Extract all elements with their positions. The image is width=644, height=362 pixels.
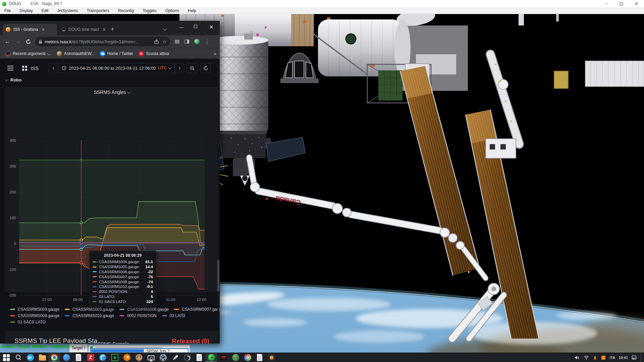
bookmarks-overflow-icon[interactable]: » [214, 51, 216, 56]
tab-iss-grafana[interactable]: ISS - Grafana ✕ [3, 24, 57, 35]
doug-maximize-button[interactable] [614, 0, 629, 7]
bookmark-recenti[interactable]: Recenti argomenti -... [5, 51, 51, 56]
show-desktop-button[interactable] [640, 353, 642, 362]
time-range-back-button[interactable]: ‹ [49, 63, 58, 73]
bookmark-twitter[interactable]: Home / Twitter [100, 51, 133, 56]
chrome-maximize-button[interactable] [194, 24, 197, 29]
legend-item[interactable]: 01 SACS LATO [10, 320, 46, 324]
legend-item[interactable]: 0002 POSITION [119, 313, 156, 318]
blue-app-icon[interactable] [60, 353, 72, 362]
doug-minimize-button[interactable]: – [599, 0, 614, 7]
legend-item[interactable]: CSASSRMS005.gauge [65, 307, 114, 312]
share-icon[interactable] [154, 39, 159, 44]
target-option-button[interactable]: Target I [69, 344, 88, 353]
notification-icon[interactable] [632, 355, 637, 360]
doug-menu-display[interactable]: Display [15, 8, 37, 13]
doug-menu-edit[interactable]: Edit [37, 8, 53, 13]
row-section-robo[interactable]: Robo [5, 77, 21, 82]
series-swatch [93, 266, 97, 267]
legend-item[interactable]: 03 LATO [162, 313, 185, 318]
back-icon[interactable]: ← [5, 38, 10, 45]
scrollbar-thumb[interactable] [217, 260, 219, 292]
zotero-icon[interactable]: Z [85, 353, 97, 362]
bookmark-astronautinews[interactable]: AstronautiNEW... [57, 51, 95, 56]
legend-item[interactable]: CSASSRMS007.gauge [174, 307, 220, 312]
language-indicator[interactable]: ITA [609, 356, 615, 360]
tab-search-chevron-icon[interactable] [164, 26, 166, 31]
volume-icon[interactable] [575, 355, 580, 360]
url-host: metrics.isaa.it [45, 39, 71, 44]
dashboards-grid-icon[interactable] [22, 66, 27, 71]
target-option-dialog[interactable]: SPDM Jnts 2 [88, 345, 190, 353]
taskbar: Z ITA 19:41 [0, 353, 644, 362]
side-panel-icon[interactable] [184, 40, 189, 44]
chrome-icon[interactable] [48, 353, 60, 362]
tab-close-icon[interactable]: ✕ [102, 27, 106, 32]
led-panel-icon[interactable] [217, 353, 229, 362]
doug-app-icon[interactable] [205, 353, 217, 362]
face-app-icon[interactable] [133, 353, 145, 362]
doug-menu-file[interactable]: File [0, 8, 15, 13]
reading-list-icon[interactable] [175, 40, 179, 41]
chrome-menu-icon[interactable]: ⋮ [205, 39, 210, 45]
doug-menu-transporters[interactable]: Transporters [82, 8, 114, 13]
legend-item[interactable]: CSASSRMS006.gauge [119, 307, 169, 312]
obs-icon [184, 354, 191, 361]
doug-close-button[interactable]: ✕ [629, 0, 644, 7]
text-doc-icon-2[interactable] [254, 353, 266, 362]
java-tray-icon[interactable] [601, 355, 606, 360]
ssrms-grapple-panel-title[interactable]: SSRMS Grapple [5, 341, 218, 344]
legend-item[interactable]: CSASSRMS008.gauge [10, 313, 59, 318]
dashboard-title[interactable]: ISS [31, 65, 39, 71]
legend-item[interactable]: CSASSRMS010.gauge [65, 313, 114, 318]
doug-menu-options[interactable]: Options [161, 8, 183, 13]
webcam-app-icon[interactable] [266, 353, 278, 362]
film-reel-icon[interactable] [157, 353, 169, 362]
profile-avatar[interactable] [194, 39, 200, 44]
doug-menu-toggles[interactable]: Toggles [138, 8, 161, 13]
media-player-icon[interactable] [109, 353, 121, 362]
refresh-button[interactable] [200, 63, 211, 73]
doug-menu-help[interactable]: Help [183, 8, 201, 13]
chrome-close-button[interactable]: ✕ [209, 24, 214, 30]
file-explorer-icon[interactable] [36, 353, 48, 362]
globe-film-icon[interactable] [229, 353, 241, 362]
panel-title[interactable]: SSRMS Angles [6, 89, 218, 95]
clock[interactable]: 19:41 [619, 356, 628, 360]
blender-icon[interactable] [121, 353, 133, 362]
new-tab-button[interactable]: + [111, 26, 114, 32]
page-scrollbar[interactable] [217, 59, 219, 344]
doug-menu-jntsystems[interactable]: JntSystems [53, 8, 82, 13]
wifi-icon[interactable] [584, 355, 589, 360]
chrome-minimize-button[interactable]: — [179, 25, 183, 30]
tab-doug-time-machine[interactable]: DOUG time machine ✕ [59, 24, 109, 35]
address-bar[interactable]: metrics.isaa.it/d/z76jx8UGk/iss?orgId=1&… [35, 37, 170, 46]
dialog-item-label[interactable]: SPDM Jnts 2 [146, 349, 170, 353]
notepad-icon[interactable] [72, 353, 85, 362]
rocket-app-icon[interactable] [169, 353, 181, 362]
bookmark-favicon: is [139, 51, 144, 56]
monitor-app-icon[interactable] [145, 353, 157, 362]
zoom-out-button[interactable] [187, 63, 198, 73]
doug-menu-reconfig[interactable]: Reconfig [114, 8, 138, 13]
bookmark-star-icon[interactable]: ☆ [162, 39, 167, 45]
doug-titlebar[interactable]: DOUG EVA : Stage_69-7 – ✕ [0, 0, 644, 7]
obs-icon[interactable] [181, 353, 193, 362]
time-range-picker[interactable]: 2023-04-21 06:06:00 to 2023-04-21 12:06:… [58, 63, 175, 73]
start-button[interactable] [0, 353, 12, 362]
telegram-icon[interactable] [24, 353, 36, 362]
dialog-selected-row[interactable] [91, 349, 144, 353]
menu-hamburger-icon[interactable] [7, 68, 13, 68]
palette-icon[interactable] [241, 353, 254, 362]
time-range-forward-button[interactable]: › [175, 63, 184, 73]
forward-icon[interactable]: → [15, 38, 21, 45]
text-doc-icon[interactable] [193, 353, 205, 362]
bookmark-scuola-attiva[interactable]: is Scuola attiva [139, 51, 169, 56]
vlc-icon[interactable] [593, 355, 597, 360]
chrome-icon [51, 354, 58, 361]
reload-icon[interactable] [25, 39, 31, 45]
tab-close-icon[interactable]: ✕ [41, 27, 45, 32]
search-icon[interactable] [12, 353, 24, 362]
swirl-app-icon[interactable] [97, 353, 109, 362]
legend-item[interactable]: CSASSRMS004.gauge [10, 307, 59, 312]
